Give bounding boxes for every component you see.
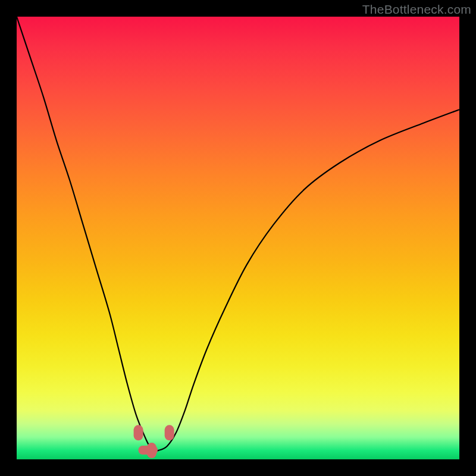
marker-group (134, 425, 174, 458)
plot-area (17, 17, 459, 459)
floor-connector (139, 446, 158, 455)
right-nub (165, 425, 174, 440)
chart-frame: TheBottleneck.com (0, 0, 476, 476)
bottleneck-curve (17, 17, 459, 451)
watermark-text: TheBottleneck.com (362, 2, 471, 17)
curve-layer (17, 17, 459, 459)
left-nub (134, 425, 143, 440)
